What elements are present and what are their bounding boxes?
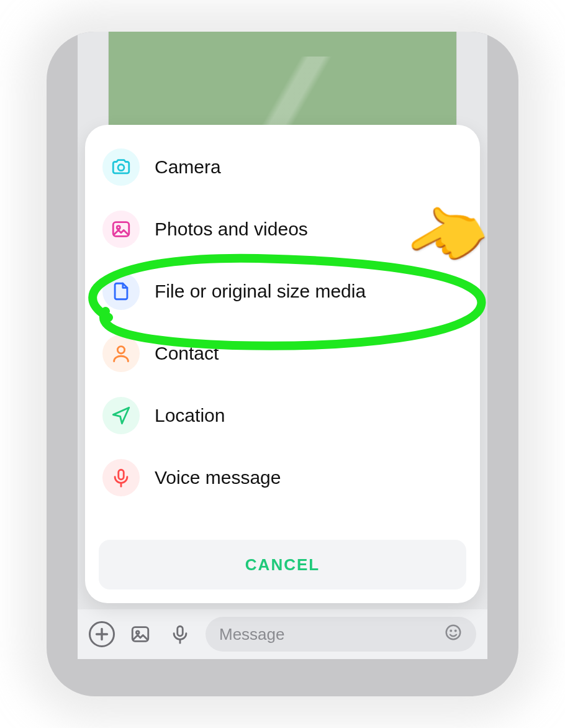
- svg-point-8: [455, 630, 456, 631]
- sheet-item-location[interactable]: Location: [85, 384, 480, 447]
- screen: Message Camera Photos and videos: [78, 32, 487, 659]
- location-icon: [102, 397, 140, 434]
- sheet-item-file[interactable]: File or original size media: [85, 260, 480, 322]
- attachment-action-sheet: Camera Photos and videos File or origina…: [85, 125, 480, 603]
- sheet-item-label: Camera: [155, 157, 463, 178]
- svg-point-6: [446, 625, 461, 639]
- svg-point-7: [451, 630, 452, 631]
- file-icon: [102, 273, 140, 310]
- sheet-item-voice[interactable]: Voice message: [85, 447, 480, 496]
- svg-rect-13: [119, 470, 124, 480]
- contact-icon: [102, 335, 140, 372]
- svg-rect-4: [178, 626, 183, 636]
- microphone-icon: [102, 459, 140, 496]
- message-placeholder: Message: [219, 625, 285, 644]
- sheet-item-camera[interactable]: Camera: [85, 136, 480, 198]
- sheet-item-label: Location: [155, 405, 463, 426]
- sheet-item-label: Photos and videos: [155, 219, 463, 240]
- camera-icon: [102, 148, 140, 186]
- sheet-item-label: Voice message: [155, 467, 463, 488]
- svg-point-11: [117, 226, 120, 229]
- photos-icon: [102, 211, 140, 248]
- sheet-item-contact[interactable]: Contact: [85, 322, 480, 384]
- svg-point-12: [117, 347, 124, 353]
- message-input[interactable]: Message: [206, 617, 476, 652]
- device-frame: Message Camera Photos and videos: [47, 32, 518, 696]
- attach-plus-button[interactable]: [89, 621, 115, 647]
- sheet-item-label: File or original size media: [155, 281, 463, 302]
- sheet-item-photos[interactable]: Photos and videos: [85, 198, 480, 260]
- gallery-shortcut-icon[interactable]: [126, 620, 155, 648]
- emoji-picker-icon[interactable]: [444, 623, 463, 646]
- message-input-bar: Message: [78, 609, 487, 659]
- voice-shortcut-icon[interactable]: [166, 620, 194, 648]
- svg-point-3: [136, 631, 139, 634]
- svg-point-9: [118, 165, 124, 171]
- cancel-button[interactable]: CANCEL: [99, 540, 466, 589]
- sheet-item-label: Contact: [155, 343, 463, 364]
